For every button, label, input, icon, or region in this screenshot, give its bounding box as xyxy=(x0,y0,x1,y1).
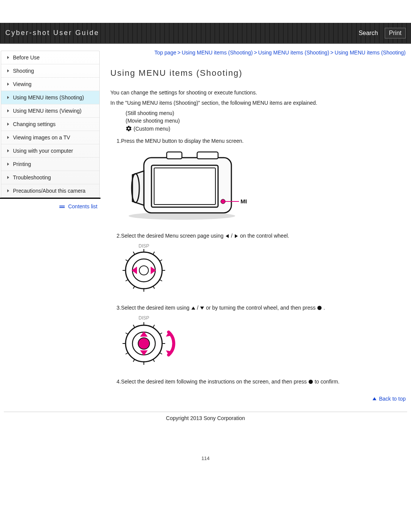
svg-rect-4 xyxy=(154,168,215,204)
main-content: Top page>Using MENU items (Shooting)>Usi… xyxy=(100,44,407,409)
svg-point-24 xyxy=(317,306,322,310)
chevron-right-icon xyxy=(7,69,9,72)
sidebar-item-label: Shooting xyxy=(13,68,34,74)
intro-block: You can change the settings for shooting… xyxy=(110,89,406,133)
figure-wheel-lr: DISP xyxy=(121,243,406,295)
figure-camera: MENU xyxy=(121,148,406,223)
header-bar: Cyber-shot User Guide Search Print xyxy=(0,23,411,44)
sidebar-item-label: Printing xyxy=(13,161,31,167)
page-number: 114 xyxy=(0,455,411,469)
intro-line-2: In the "Using MENU items (Shooting)" sec… xyxy=(110,99,406,107)
copyright-text: Copyright 2013 Sony Corporation xyxy=(0,412,411,455)
print-button[interactable]: Print xyxy=(385,28,406,38)
sidebar-item-viewing-tv[interactable]: Viewing images on a TV xyxy=(1,131,99,144)
svg-line-21 xyxy=(133,252,135,254)
sidebar-item-computer[interactable]: Using with your computer xyxy=(1,144,99,158)
center-dot-icon xyxy=(308,379,313,384)
contents-list-icon xyxy=(59,206,65,208)
triangle-up-icon xyxy=(373,397,376,400)
svg-line-27 xyxy=(153,325,155,328)
breadcrumb: Top page>Using MENU items (Shooting)>Usi… xyxy=(110,48,406,57)
chevron-right-icon xyxy=(7,149,9,152)
step-1: Press the MENU button to display the Men… xyxy=(110,136,406,230)
intro-line-1: You can change the settings for shooting… xyxy=(110,89,406,97)
sidebar-item-shooting[interactable]: Shooting xyxy=(1,64,99,78)
chevron-right-icon xyxy=(7,189,9,192)
sidebar: Before Use Shooting Viewing Using MENU i… xyxy=(0,44,100,409)
menu-custom-label: (Custom menu) xyxy=(134,126,170,132)
step-4-text-a: Select the desired item following the in… xyxy=(121,379,308,385)
slash-sep: / xyxy=(231,233,234,239)
chevron-right-icon xyxy=(7,136,9,139)
page-title: Using MENU items (Shooting) xyxy=(110,68,406,78)
menu-movie: (Movie shooting menu) xyxy=(126,117,406,125)
sidebar-item-label: Using MENU items (Viewing) xyxy=(13,108,81,114)
contents-list-link[interactable]: Contents list xyxy=(68,203,97,209)
step-1-text: Press the MENU button to display the Men… xyxy=(121,138,244,144)
search-link[interactable]: Search xyxy=(358,30,378,37)
breadcrumb-item[interactable]: Using MENU items (Shooting) xyxy=(182,50,253,56)
sidebar-item-viewing[interactable]: Viewing xyxy=(1,78,99,91)
menu-movie-label: (Movie shooting menu) xyxy=(126,118,180,124)
chevron-right-icon xyxy=(7,83,9,86)
figure-wheel-ud: DISP xyxy=(121,315,406,369)
breadcrumb-item[interactable]: Using MENU items (Shooting) xyxy=(258,50,329,56)
disp-label-2: DISP xyxy=(139,315,149,321)
chevron-right-icon xyxy=(7,176,9,179)
sidebar-item-label: Viewing images on a TV xyxy=(13,134,70,141)
figure-menu-label: MENU xyxy=(241,198,247,204)
sidebar-item-precautions[interactable]: Precautions/About this camera xyxy=(1,184,99,197)
triangle-right-icon xyxy=(234,234,239,238)
triangle-left-icon xyxy=(225,234,229,238)
triangle-down-icon xyxy=(200,306,204,310)
menu-still-label: (Still shooting menu) xyxy=(126,110,174,116)
header-title: Cyber-shot User Guide xyxy=(5,29,99,37)
steps-list: Press the MENU button to display the Men… xyxy=(110,136,406,391)
sidebar-item-menu-shooting[interactable]: Using MENU items (Shooting) xyxy=(1,91,99,104)
sidebar-item-label: Using MENU items (Shooting) xyxy=(13,94,84,101)
menu-custom: (Custom menu) xyxy=(126,125,406,133)
sidebar-item-label: Troubleshooting xyxy=(13,174,51,181)
top-spacer xyxy=(0,0,411,23)
svg-rect-6 xyxy=(197,152,218,159)
step-2: Select the desired Menu screen page usin… xyxy=(110,230,406,302)
sidebar-item-label: Changing settings xyxy=(13,121,56,127)
step-4: Select the desired item following the in… xyxy=(110,376,406,391)
svg-point-40 xyxy=(309,380,313,384)
sidebar-item-before-use[interactable]: Before Use xyxy=(1,51,99,64)
step-3-text-b: or by turning the control wheel, and the… xyxy=(206,305,317,311)
breadcrumb-item[interactable]: Top page xyxy=(155,50,177,56)
svg-point-39 xyxy=(138,338,150,349)
svg-line-37 xyxy=(133,325,135,328)
sidebar-item-label: Precautions/About this camera xyxy=(13,188,86,194)
step-3-text-a: Select the desired item using xyxy=(121,305,191,311)
sidebar-item-troubleshooting[interactable]: Troubleshooting xyxy=(1,171,99,184)
step-4-text-b: to confirm. xyxy=(315,379,339,385)
svg-rect-5 xyxy=(167,152,182,159)
sidebar-item-menu-viewing[interactable]: Using MENU items (Viewing) xyxy=(1,104,99,118)
step-2-text-a: Select the desired Menu screen page usin… xyxy=(121,233,225,239)
chevron-right-icon xyxy=(7,163,9,166)
chevron-right-icon xyxy=(7,96,9,99)
chevron-right-icon xyxy=(7,109,9,112)
center-dot-icon xyxy=(317,305,322,310)
breadcrumb-item[interactable]: Using MENU items (Shooting) xyxy=(335,50,406,56)
triangle-up-icon xyxy=(191,306,196,310)
menu-still: (Still shooting menu) xyxy=(126,109,406,117)
back-to-top-link[interactable]: Back to top xyxy=(379,396,406,402)
disp-label-1: DISP xyxy=(139,243,149,249)
sidebar-item-label: Viewing xyxy=(13,81,32,87)
chevron-right-icon xyxy=(7,123,9,126)
sidebar-item-label: Before Use xyxy=(13,54,40,61)
step-3: Select the desired item using / or by tu… xyxy=(110,302,406,376)
sidebar-item-printing[interactable]: Printing xyxy=(1,158,99,171)
nav-list: Before Use Shooting Viewing Using MENU i… xyxy=(1,51,100,198)
svg-point-7 xyxy=(221,199,225,204)
slash-sep: / xyxy=(197,305,200,311)
sidebar-item-changing-settings[interactable]: Changing settings xyxy=(1,118,99,131)
chevron-right-icon xyxy=(7,56,9,59)
step-3-period: . xyxy=(323,305,325,311)
sidebar-item-label: Using with your computer xyxy=(13,148,73,154)
step-2-text-b: on the control wheel. xyxy=(240,233,289,239)
gear-icon xyxy=(126,125,132,132)
